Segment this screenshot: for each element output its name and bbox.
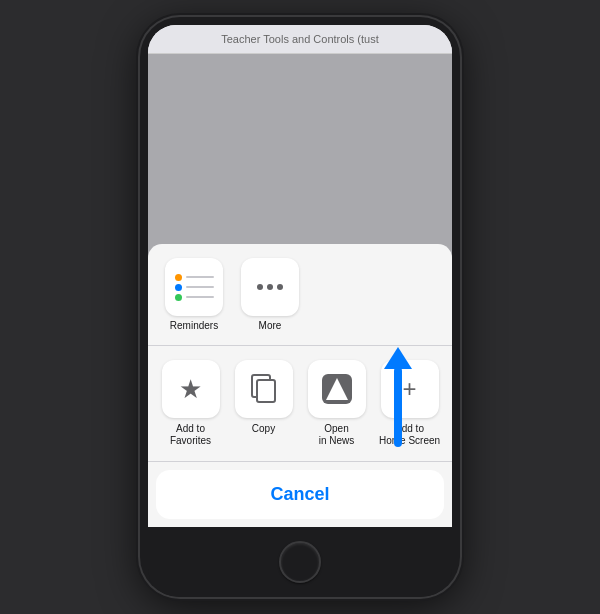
share-action-add-to-home-screen[interactable]: + Add toHome Screen (379, 360, 441, 447)
share-action-open-in-news[interactable]: Openin News (306, 360, 368, 447)
more-label: More (259, 320, 282, 331)
add-to-favorites-icon: ★ (162, 360, 220, 418)
home-button[interactable] (279, 541, 321, 583)
share-action-copy[interactable]: Copy (233, 360, 295, 447)
reminders-icon (165, 258, 223, 316)
share-actions-row: ★ Add to Favorites Copy (148, 346, 452, 462)
cancel-label: Cancel (270, 484, 329, 504)
reminders-icon-graphic (169, 268, 220, 307)
share-app-reminders[interactable]: Reminders (164, 258, 224, 331)
open-in-news-label: Openin News (319, 423, 355, 447)
phone-frame: Teacher Tools and Controls (tust (140, 17, 460, 597)
share-action-add-to-favorites[interactable]: ★ Add to Favorites (160, 360, 222, 447)
share-app-row: Reminders More (148, 244, 452, 346)
cancel-button[interactable]: Cancel (156, 470, 444, 519)
copy-icon (251, 374, 277, 404)
share-sheet-panel: Reminders More (148, 244, 452, 527)
share-app-more[interactable]: More (240, 258, 300, 331)
url-text: Teacher Tools and Controls (tust (221, 33, 379, 45)
copy-icon-container (235, 360, 293, 418)
copy-label: Copy (252, 423, 275, 435)
share-sheet: Reminders More (148, 244, 452, 527)
add-to-home-screen-icon: + (381, 360, 439, 418)
more-icon-graphic (257, 284, 283, 290)
news-icon-container (308, 360, 366, 418)
plus-icon: + (402, 375, 416, 403)
star-icon: ★ (179, 374, 202, 405)
more-icon (241, 258, 299, 316)
add-to-home-screen-label: Add toHome Screen (379, 423, 440, 447)
reminders-label: Reminders (170, 320, 218, 331)
news-icon (320, 372, 354, 406)
phone-bottom-bar (148, 527, 452, 597)
phone-screen: Teacher Tools and Controls (tust (148, 25, 452, 527)
add-to-favorites-label: Add to Favorites (160, 423, 222, 447)
browser-url-bar[interactable]: Teacher Tools and Controls (tust (148, 25, 452, 54)
